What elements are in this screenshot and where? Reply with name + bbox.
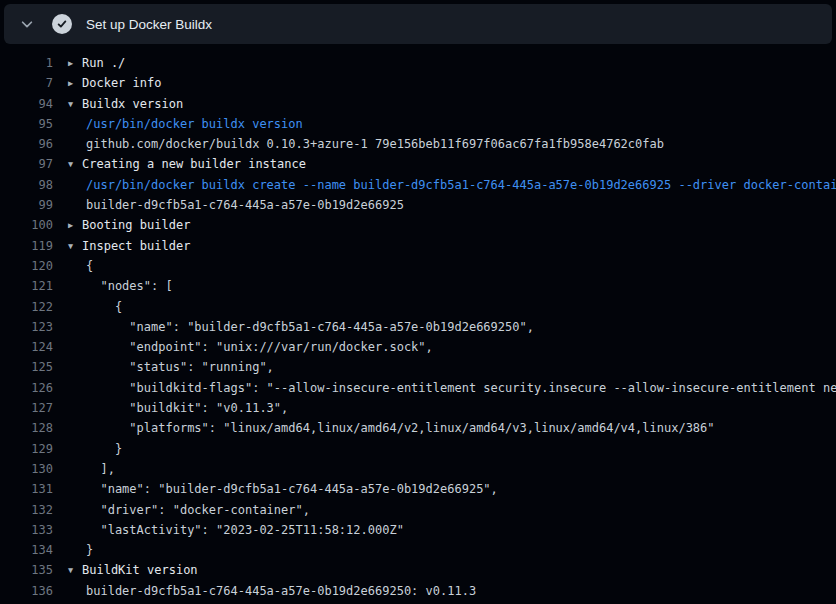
output-text: "driver": "docker-container", xyxy=(53,500,836,520)
log-line-row: 96github.com/docker/buildx 0.10.3+azure-… xyxy=(0,134,836,154)
line-number[interactable]: 133 xyxy=(0,520,53,540)
group-title[interactable]: Inspect builder xyxy=(82,239,190,253)
command-text: /usr/bin/docker buildx create --name bui… xyxy=(53,175,836,195)
log-line-row: 131 "name": "builder-d9cfb5a1-c764-445a-… xyxy=(0,479,836,499)
line-number[interactable]: 136 xyxy=(0,581,53,601)
line-number[interactable]: 94 xyxy=(0,94,53,114)
group-collapsed-icon[interactable]: ▶ xyxy=(68,73,82,93)
log-group-row: 7▶Docker info xyxy=(0,73,836,93)
group-row-body[interactable]: ▼BuildKit version xyxy=(53,560,836,580)
output-text: "name": "builder-d9cfb5a1-c764-445a-a57e… xyxy=(53,317,836,337)
output-text: builder-d9cfb5a1-c764-445a-a57e-0b19d2e6… xyxy=(53,195,836,215)
group-title[interactable]: Creating a new builder instance xyxy=(82,157,306,171)
group-title[interactable]: Docker info xyxy=(82,76,161,90)
log-line-row: 128 "platforms": "linux/amd64,linux/amd6… xyxy=(0,418,836,438)
output-text: "buildkitd-flags": "--allow-insecure-ent… xyxy=(53,378,836,398)
line-number[interactable]: 123 xyxy=(0,317,53,337)
group-row-body[interactable]: ▶Docker info xyxy=(53,73,836,93)
group-row-body[interactable]: ▼Creating a new builder instance xyxy=(53,154,836,174)
log-line-row: 134} xyxy=(0,540,836,560)
group-title[interactable]: Booting builder xyxy=(82,218,190,232)
group-expanded-icon[interactable]: ▼ xyxy=(68,560,82,580)
log-line-row: 123 "name": "builder-d9cfb5a1-c764-445a-… xyxy=(0,317,836,337)
output-text: { xyxy=(53,256,836,276)
group-title[interactable]: BuildKit version xyxy=(82,563,198,577)
line-number[interactable]: 124 xyxy=(0,337,53,357)
line-number[interactable]: 131 xyxy=(0,479,53,499)
log-line-row: 127 "buildkit": "v0.11.3", xyxy=(0,398,836,418)
log-group-row: 100▶Booting builder xyxy=(0,215,836,235)
output-text: "lastActivity": "2023-02-25T11:58:12.000… xyxy=(53,520,836,540)
output-text: "name": "builder-d9cfb5a1-c764-445a-a57e… xyxy=(53,479,836,499)
log-line-row: 130 ], xyxy=(0,459,836,479)
line-number[interactable]: 127 xyxy=(0,398,53,418)
log-group-row: 1▶Run ./ xyxy=(0,53,836,73)
group-row-body[interactable]: ▶Run ./ xyxy=(53,53,836,73)
line-number[interactable]: 98 xyxy=(0,175,53,195)
log-line-row: 129 } xyxy=(0,439,836,459)
log-line-row: 120{ xyxy=(0,256,836,276)
log-group-row: 119▼Inspect builder xyxy=(0,236,836,256)
log-line-row: 98/usr/bin/docker buildx create --name b… xyxy=(0,175,836,195)
output-text: ], xyxy=(53,459,836,479)
line-number[interactable]: 126 xyxy=(0,378,53,398)
output-text: } xyxy=(53,540,836,560)
output-text: "status": "running", xyxy=(53,357,836,377)
log-line-row: 132 "driver": "docker-container", xyxy=(0,500,836,520)
chevron-down-icon[interactable] xyxy=(18,15,36,33)
output-text: "buildkit": "v0.11.3", xyxy=(53,398,836,418)
group-title[interactable]: Run ./ xyxy=(82,56,125,70)
command-text: /usr/bin/docker buildx version xyxy=(53,114,836,134)
log-group-row: 94▼Buildx version xyxy=(0,94,836,114)
group-expanded-icon[interactable]: ▼ xyxy=(68,94,82,114)
group-expanded-icon[interactable]: ▼ xyxy=(68,236,82,256)
line-number[interactable]: 135 xyxy=(0,560,53,580)
log-line-row: 121 "nodes": [ xyxy=(0,276,836,296)
line-number[interactable]: 1 xyxy=(0,53,53,73)
line-number[interactable]: 121 xyxy=(0,276,53,296)
line-number[interactable]: 97 xyxy=(0,154,53,174)
group-row-body[interactable]: ▼Buildx version xyxy=(53,94,836,114)
line-number[interactable]: 128 xyxy=(0,418,53,438)
output-text: "platforms": "linux/amd64,linux/amd64/v2… xyxy=(53,418,836,438)
log-line-row: 95/usr/bin/docker buildx version xyxy=(0,114,836,134)
line-number[interactable]: 7 xyxy=(0,73,53,93)
line-number[interactable]: 96 xyxy=(0,134,53,154)
log-lines: 1▶Run ./7▶Docker info94▼Buildx version95… xyxy=(0,53,836,601)
line-number[interactable]: 99 xyxy=(0,195,53,215)
group-row-body[interactable]: ▼Inspect builder xyxy=(53,236,836,256)
log-group-row: 135▼BuildKit version xyxy=(0,560,836,580)
step-header[interactable]: Set up Docker Buildx xyxy=(4,4,832,44)
line-number[interactable]: 125 xyxy=(0,357,53,377)
output-text: builder-d9cfb5a1-c764-445a-a57e-0b19d2e6… xyxy=(53,581,836,601)
log-line-row: 99builder-d9cfb5a1-c764-445a-a57e-0b19d2… xyxy=(0,195,836,215)
output-text: "nodes": [ xyxy=(53,276,836,296)
line-number[interactable]: 130 xyxy=(0,459,53,479)
step-title: Set up Docker Buildx xyxy=(86,17,212,32)
output-text: } xyxy=(53,439,836,459)
line-number[interactable]: 95 xyxy=(0,114,53,134)
log-line-row: 136builder-d9cfb5a1-c764-445a-a57e-0b19d… xyxy=(0,581,836,601)
line-number[interactable]: 132 xyxy=(0,500,53,520)
output-text: { xyxy=(53,297,836,317)
output-text: "endpoint": "unix:///var/run/docker.sock… xyxy=(53,337,836,357)
log-line-row: 122 { xyxy=(0,297,836,317)
log-container: 1▶Run ./7▶Docker info94▼Buildx version95… xyxy=(0,44,836,604)
line-number[interactable]: 134 xyxy=(0,540,53,560)
group-collapsed-icon[interactable]: ▶ xyxy=(68,53,82,73)
check-circle-icon xyxy=(52,14,72,34)
output-text: github.com/docker/buildx 0.10.3+azure-1 … xyxy=(53,134,836,154)
line-number[interactable]: 122 xyxy=(0,297,53,317)
group-title[interactable]: Buildx version xyxy=(82,97,183,111)
log-line-row: 124 "endpoint": "unix:///var/run/docker.… xyxy=(0,337,836,357)
group-row-body[interactable]: ▶Booting builder xyxy=(53,215,836,235)
log-line-row: 126 "buildkitd-flags": "--allow-insecure… xyxy=(0,378,836,398)
line-number[interactable]: 100 xyxy=(0,215,53,235)
group-expanded-icon[interactable]: ▼ xyxy=(68,154,82,174)
line-number[interactable]: 119 xyxy=(0,236,53,256)
log-group-row: 97▼Creating a new builder instance xyxy=(0,154,836,174)
line-number[interactable]: 129 xyxy=(0,439,53,459)
line-number[interactable]: 120 xyxy=(0,256,53,276)
log-line-row: 125 "status": "running", xyxy=(0,357,836,377)
group-collapsed-icon[interactable]: ▶ xyxy=(68,215,82,235)
